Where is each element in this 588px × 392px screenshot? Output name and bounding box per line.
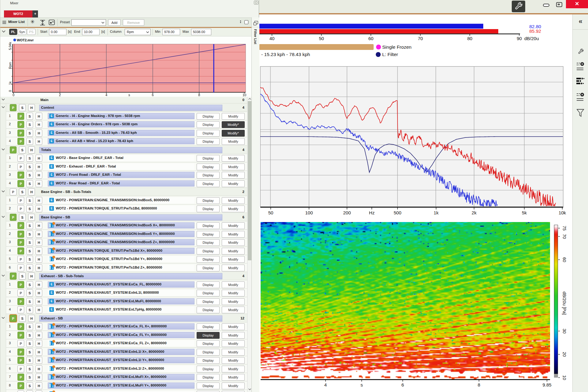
svg-text:Hz: Hz — [369, 210, 375, 215]
svg-text:9.85: 9.85 — [542, 382, 551, 387]
svg-text:100: 100 — [305, 210, 313, 215]
svg-text:0: 0 — [8, 90, 12, 92]
svg-text:90: 90 — [517, 36, 522, 41]
svg-text:10: 10 — [562, 375, 567, 380]
svg-text:70: 70 — [562, 234, 567, 239]
svg-text:8: 8 — [478, 382, 480, 387]
svg-text:dB/20u [Pa]: dB/20u [Pa] — [562, 292, 567, 315]
svg-text:30: 30 — [562, 329, 567, 334]
svg-text:80: 80 — [467, 36, 473, 41]
svg-text:WOT2.mvr: WOT2.mvr — [17, 38, 34, 42]
svg-text:s: s — [360, 382, 363, 387]
svg-text:2k: 2k — [472, 210, 477, 215]
svg-text:200: 200 — [343, 210, 351, 215]
svg-text:- 15.23 kph - 78.43 kph: - 15.23 kph - 78.43 kph — [261, 52, 310, 57]
svg-text:4: 4 — [324, 382, 327, 387]
svg-text:40: 40 — [270, 36, 275, 41]
svg-text:5k: 5k — [522, 210, 527, 215]
svg-text:20: 20 — [562, 352, 567, 357]
svg-text:5.04k: 5.04k — [8, 42, 12, 50]
svg-text:500: 500 — [394, 210, 401, 215]
svg-text:70: 70 — [418, 36, 423, 41]
svg-text:60: 60 — [562, 257, 567, 262]
svg-text:50: 50 — [319, 36, 324, 41]
svg-text:1k: 1k — [434, 210, 439, 215]
svg-text:50: 50 — [268, 210, 273, 215]
svg-text:6: 6 — [401, 382, 404, 387]
svg-text:10k: 10k — [559, 210, 566, 215]
svg-text:Single Frozen: Single Frozen — [382, 44, 412, 50]
svg-text:75: 75 — [562, 226, 567, 231]
svg-text:Rpm: Rpm — [8, 62, 12, 69]
svg-text:dB/20u: dB/20u — [524, 36, 539, 41]
svg-text:1k: 1k — [8, 81, 12, 85]
svg-text:60: 60 — [368, 36, 374, 41]
svg-text:s: s — [128, 93, 130, 97]
svg-text:L: Filter: L: Filter — [382, 52, 398, 57]
svg-text:85.92: 85.92 — [529, 28, 541, 34]
